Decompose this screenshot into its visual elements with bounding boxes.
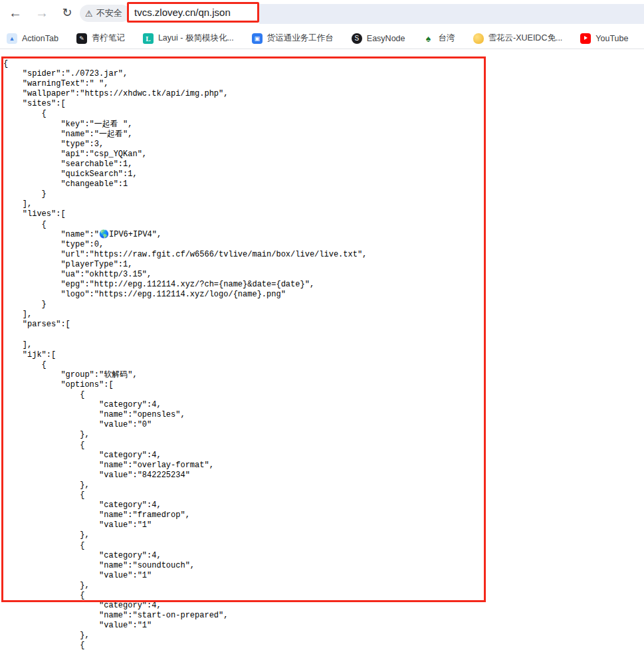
bookmark-label: Layui - 极简模块化... (158, 33, 234, 44)
bookmark-item[interactable]: ▲ActionTab (7, 33, 58, 44)
bookmark-label: ActionTab (22, 34, 58, 43)
url-text[interactable]: tvcs.zlovey.cn/qn.json (134, 7, 231, 18)
url-annotation-box: tvcs.zlovey.cn/qn.json (127, 2, 259, 23)
bookmark-label: 青柠笔记 (92, 33, 125, 44)
back-button[interactable]: ← (5, 3, 25, 23)
refresh-button[interactable]: ↻ (57, 3, 77, 23)
warning-icon: ⚠ (85, 9, 93, 19)
json-content: { "spider":"./0723.jar", "warningText":"… (3, 59, 367, 652)
bookmark-item[interactable]: ▣货运通业务工作台 (252, 33, 334, 44)
bookmark-item[interactable]: LLayui - 极简模块化... (143, 33, 234, 44)
easynode-favicon: S (352, 33, 362, 44)
forward-button[interactable]: → (32, 3, 52, 23)
bookmark-label: 台湾 (439, 33, 455, 44)
actiontab-favicon: ▲ (7, 33, 17, 44)
tree-favicon: ♠ (423, 33, 434, 44)
layui-favicon: L (143, 33, 154, 44)
qingning-favicon: ✎ (76, 33, 87, 44)
security-chip[interactable]: ⚠ 不安全 (80, 5, 130, 22)
bookmark-item[interactable]: 雪花云-XUEIDC免... (473, 33, 563, 44)
omnibox-background[interactable] (259, 4, 644, 24)
bookmark-label: YouTube (595, 34, 628, 43)
youtube-favicon (580, 33, 591, 44)
bookmark-item[interactable]: ✎青柠笔记 (76, 33, 125, 44)
bookmark-label: 货运通业务工作台 (267, 33, 334, 44)
bookmarks-bar: ▲ActionTab✎青柠笔记LLayui - 极简模块化...▣货运通业务工作… (0, 28, 644, 49)
bookmark-item[interactable]: SEasyNode (352, 33, 405, 44)
bookmark-item[interactable]: YouTube (580, 33, 628, 44)
bookmark-label: 雪花云-XUEIDC免... (488, 33, 563, 44)
bookmark-item[interactable]: ♠台湾 (423, 33, 455, 44)
bookmark-label: EasyNode (367, 34, 405, 43)
truck-favicon: ▣ (252, 33, 263, 44)
medal-favicon (473, 33, 484, 44)
security-label: 不安全 (96, 7, 122, 19)
page-content: { "spider":"./0723.jar", "warningText":"… (0, 50, 644, 652)
browser-toolbar: ← → ↻ ⚠ 不安全 tvcs.zlovey.cn/qn.json (0, 0, 644, 28)
